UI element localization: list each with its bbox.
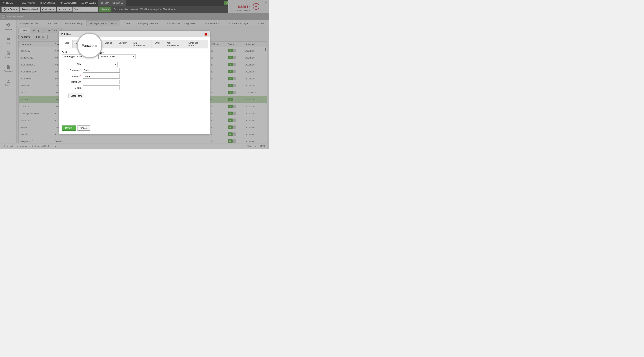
mtab-dial[interactable]: Dial Preferences	[130, 40, 152, 48]
mobile-field[interactable]	[82, 85, 120, 90]
magnifier-callout: Functions	[77, 33, 102, 58]
mtab-groups[interactable]: ...roups	[101, 40, 115, 48]
close-icon[interactable]	[204, 33, 208, 35]
surname-field[interactable]	[82, 74, 120, 78]
update-button[interactable]: Update	[62, 125, 76, 131]
modal-title-text: Edit User	[61, 33, 71, 35]
mtab-other[interactable]: Other	[151, 40, 164, 48]
title-select[interactable]	[82, 62, 118, 67]
forename-field[interactable]	[82, 68, 120, 73]
clear-form-button[interactable]: Clear Form	[68, 94, 84, 98]
cancel-button[interactable]: Cancel	[77, 125, 90, 131]
telephone-field[interactable]	[82, 80, 120, 84]
mtab-user[interactable]: User	[61, 40, 72, 48]
mtab-mail[interactable]: Mail Preferences	[164, 40, 185, 48]
type-select[interactable]: POWER USER	[98, 54, 136, 59]
mtab-security[interactable]: Security	[115, 40, 130, 48]
mtab-lang[interactable]: Language Prefer...	[185, 40, 208, 48]
